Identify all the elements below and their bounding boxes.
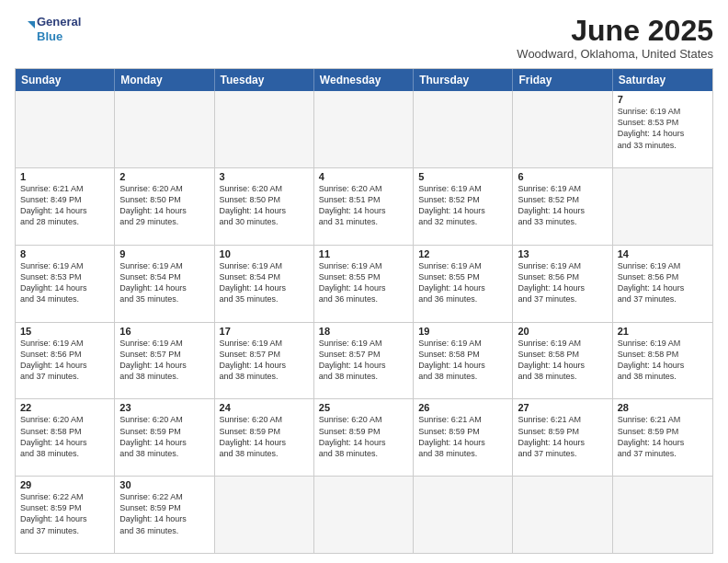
cell-text: Sunrise: 6:19 AM [518,183,607,194]
cell-text: Sunrise: 6:20 AM [119,183,209,194]
svg-marker-0 [28,21,35,29]
cell-text: Daylight: 14 hours [119,360,209,371]
cell-24: 24 Sunrise: 6:20 AM Sunset: 8:59 PM Dayl… [215,399,314,476]
cell-text: Sunset: 8:51 PM [319,194,408,205]
day-number: 9 [119,248,209,259]
cell-17: 17 Sunrise: 6:19 AM Sunset: 8:57 PM Dayl… [215,323,314,399]
day-number: 18 [319,326,408,337]
cell-text: Daylight: 14 hours [518,205,607,216]
cell-empty [215,477,314,553]
cell-text: Daylight: 14 hours [119,437,209,448]
header-thursday: Thursday [414,69,513,91]
cell-9: 9 Sunrise: 6:19 AM Sunset: 8:54 PM Dayli… [115,246,214,322]
cell-15: 15 Sunrise: 6:19 AM Sunset: 8:56 PM Dayl… [16,323,115,399]
cell-text: and 37 minutes. [518,293,607,304]
cell-text: Sunset: 8:56 PM [518,271,607,282]
week-row-4: 15 Sunrise: 6:19 AM Sunset: 8:56 PM Dayl… [16,322,712,399]
cell-text: Sunrise: 6:19 AM [518,260,607,271]
cell-text: and 38 minutes. [618,371,708,382]
cell-text: Sunset: 8:53 PM [20,271,109,282]
cell-text: and 38 minutes. [319,448,408,459]
cell-text: Daylight: 14 hours [518,437,607,448]
cell-text: Sunset: 8:57 PM [319,349,408,360]
cell-22: 22 Sunrise: 6:20 AM Sunset: 8:58 PM Dayl… [16,399,115,476]
cell-text: Daylight: 14 hours [418,205,507,216]
cell-text: Sunset: 8:59 PM [518,426,607,437]
day-number: 4 [319,171,408,182]
cell-text: Sunset: 8:50 PM [119,194,209,205]
cell-text: Daylight: 14 hours [518,360,607,371]
cell-text: Sunrise: 6:19 AM [220,260,309,271]
cell-25: 25 Sunrise: 6:20 AM Sunset: 8:59 PM Dayl… [314,399,414,476]
cell-text: Sunrise: 6:21 AM [418,414,507,425]
cell-text: Sunrise: 6:19 AM [418,338,507,349]
cell-text: Daylight: 14 hours [20,205,109,216]
cell-text: and 38 minutes. [518,371,607,382]
cell-text: and 38 minutes. [220,371,309,382]
day-number: 14 [618,248,708,259]
cell-text: and 37 minutes. [518,448,607,459]
cell-text: Sunrise: 6:20 AM [319,183,408,194]
cell-text: Daylight: 14 hours [20,513,109,524]
header-monday: Monday [115,69,214,91]
cell-text: Sunset: 8:52 PM [518,194,607,205]
day-number: 17 [220,326,309,337]
cell-text: Sunset: 8:54 PM [119,271,209,282]
cell-7: 7 Sunrise: 6:19 AM Sunset: 8:53 PM Dayli… [613,91,712,167]
cell-text: Sunset: 8:49 PM [20,194,109,205]
header-tuesday: Tuesday [215,69,314,91]
cell-empty [414,477,513,553]
cell-text: Sunrise: 6:20 AM [119,414,209,425]
cell-text: Sunset: 8:50 PM [220,194,309,205]
cell-27: 27 Sunrise: 6:21 AM Sunset: 8:59 PM Dayl… [513,399,612,476]
logo-general: General [37,15,81,29]
week-row-1: 7 Sunrise: 6:19 AM Sunset: 8:53 PM Dayli… [16,91,712,167]
cell-text: and 38 minutes. [319,371,408,382]
cell-text: Daylight: 14 hours [119,205,209,216]
cell-text: Daylight: 14 hours [418,282,507,293]
logo: General Blue [15,15,81,43]
cell-19: 19 Sunrise: 6:19 AM Sunset: 8:58 PM Dayl… [414,323,513,399]
cell-text: and 37 minutes. [20,525,109,536]
cell-text: and 29 minutes. [119,216,209,227]
cell-text: and 36 minutes. [418,293,507,304]
title-block: June 2025 Woodward, Oklahoma, United Sta… [517,15,713,61]
cell-28: 28 Sunrise: 6:21 AM Sunset: 8:59 PM Dayl… [613,399,712,476]
cell-text: Sunset: 8:58 PM [20,426,109,437]
cell-text: Sunset: 8:59 PM [119,502,209,513]
week-row-2: 1 Sunrise: 6:21 AM Sunset: 8:49 PM Dayli… [16,167,712,245]
cell-text: and 38 minutes. [20,448,109,459]
week-row-3: 8 Sunrise: 6:19 AM Sunset: 8:53 PM Dayli… [16,245,712,322]
day-number: 2 [119,171,209,182]
day-number: 25 [319,402,408,413]
day-number: 1 [20,171,109,182]
cell-text: Sunset: 8:56 PM [20,349,109,360]
header-sunday: Sunday [16,69,115,91]
day-number: 11 [319,248,408,259]
cell-text: Sunrise: 6:19 AM [618,338,708,349]
cell-8: 8 Sunrise: 6:19 AM Sunset: 8:53 PM Dayli… [16,246,115,322]
cell-empty [215,91,314,167]
day-number: 20 [518,326,607,337]
cell-text: Daylight: 14 hours [618,282,708,293]
cell-text: Sunrise: 6:19 AM [418,260,507,271]
cell-26: 26 Sunrise: 6:21 AM Sunset: 8:59 PM Dayl… [414,399,513,476]
cell-text: and 38 minutes. [418,448,507,459]
cell-text: Daylight: 14 hours [220,282,309,293]
page: General Blue June 2025 Woodward, Oklahom… [0,0,728,563]
cell-text: Daylight: 14 hours [220,360,309,371]
cell-text: Daylight: 14 hours [319,205,408,216]
cell-text: Sunset: 8:55 PM [418,271,507,282]
cell-text: Daylight: 14 hours [418,360,507,371]
day-number: 29 [20,479,109,490]
cell-text: Sunrise: 6:19 AM [20,260,109,271]
cell-text: Sunrise: 6:21 AM [20,183,109,194]
cell-text: Sunrise: 6:19 AM [618,106,708,117]
cell-text: Sunrise: 6:22 AM [20,491,109,502]
cell-text: and 35 minutes. [119,293,209,304]
cell-text: Sunset: 8:59 PM [319,426,408,437]
cell-text: Sunrise: 6:21 AM [618,414,708,425]
cell-23: 23 Sunrise: 6:20 AM Sunset: 8:59 PM Dayl… [115,399,214,476]
cell-text: Sunset: 8:59 PM [618,426,708,437]
cell-text: Daylight: 14 hours [618,437,708,448]
